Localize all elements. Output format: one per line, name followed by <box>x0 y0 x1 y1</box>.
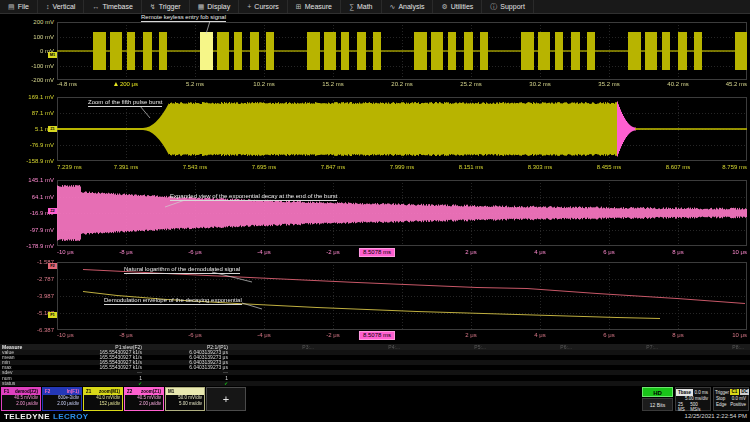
y-axis-label: -97.9 mV <box>0 227 54 233</box>
descriptor-z2[interactable]: Z2zoom(Z1)40.5 mV/div2.00 μs/div <box>124 387 164 411</box>
vertical-icon: ↕ <box>46 3 50 10</box>
trigger-source-badge: C1 <box>730 389 739 395</box>
menu-item-math[interactable]: ∑Math <box>341 0 382 13</box>
trigger-kind: Edge <box>716 402 727 408</box>
x-axis-label: 40.2 ms <box>667 81 688 88</box>
x-axis-label: 25.2 ms <box>460 81 481 88</box>
menu-item-label: Utilities <box>451 3 474 10</box>
y-axis-label: 200 mV <box>0 19 54 25</box>
zoom-position-tag[interactable]: 8.5078 ms <box>359 248 395 257</box>
menu-item-utilities[interactable]: ⚙Utilities <box>433 0 482 13</box>
grid-panel-m1: 200 mV100 mV0 mV-100 mV-200 mV-4.8 ms200… <box>0 14 750 92</box>
timebase-descriptor[interactable]: Tbase 0.0 ms 5.00 ms/div 25 MS 500 MS/s <box>675 387 711 411</box>
trigger-icon: ↯ <box>150 3 156 11</box>
add-trace-button[interactable]: + <box>206 387 246 411</box>
menu-item-label: Measure <box>305 3 332 10</box>
x-axis-label: 8 μs <box>672 249 683 256</box>
y-axis-label: -200 mV <box>0 77 54 83</box>
menu-item-file[interactable]: ▤File <box>0 0 38 13</box>
measure-icon: ⊞ <box>296 3 302 11</box>
trigger-descriptor[interactable]: Trigger C1 DC Stop 0.0 mV Edge Positive <box>713 387 749 411</box>
descriptor-header: Z1zoom(M1) <box>84 388 122 395</box>
x-axis-label: 7.391 ms <box>114 164 139 171</box>
x-axis-label: 5.2 ms <box>186 81 204 88</box>
x-axis-label: 20.2 ms <box>391 81 412 88</box>
measure-cell: ✔ <box>146 381 228 386</box>
y-axis-label: -6.387 <box>0 327 54 333</box>
display-icon: ▦ <box>198 3 205 11</box>
descriptor-f1[interactable]: F1demod(Z2)40.5 mV/div2.00 μs/div <box>1 387 41 411</box>
y-axis-label: 100 mV <box>0 34 54 40</box>
math-icon: ∑ <box>349 3 354 10</box>
descriptor-header: F2ln(F1) <box>43 388 81 395</box>
measure-table: MeasureP1:slew(F2)P2:1/(P1)P3:...P4:...P… <box>0 344 750 386</box>
menu-item-vertical[interactable]: ↕Vertical <box>38 0 84 13</box>
menu-item-analysis[interactable]: ∿Analysis <box>382 0 434 13</box>
y-axis-label: 169.1 mV <box>0 94 54 100</box>
x-axis-label: 8.759 ms <box>722 164 747 171</box>
menu-item-measure[interactable]: ⊞Measure <box>288 0 341 13</box>
menu-item-trigger[interactable]: ↯Trigger <box>142 0 190 13</box>
waveform-canvas-m1[interactable] <box>57 22 747 80</box>
trace-offset-marker-f2: F2 <box>48 263 57 269</box>
x-axis-label: 6 μs <box>603 249 614 256</box>
trigger-position-marker <box>114 82 118 86</box>
waveform-annotation: Remote keyless entry fob signal <box>141 14 226 22</box>
waveform-annotation: Natural logarithm of the demodulated sig… <box>124 266 240 274</box>
menu-item-label: Analysis <box>398 3 424 10</box>
tbase-label: Tbase <box>676 389 693 396</box>
x-axis-label: 8.607 ms <box>666 164 691 171</box>
x-axis-label: 4 μs <box>534 332 545 339</box>
menu-item-label: Cursors <box>254 3 279 10</box>
x-axis-label: 7.847 ms <box>321 164 346 171</box>
menu-item-label: Support <box>500 3 525 10</box>
x-axis-label: 10 μs <box>732 332 747 339</box>
descriptor-f2[interactable]: F2ln(F1)600e-3/div2.00 μs/div <box>42 387 82 411</box>
y-axis-label: 5.1 mV <box>0 126 54 132</box>
waveform-canvas-z2[interactable] <box>57 180 747 246</box>
y-axis-label: -1.587 <box>0 259 54 265</box>
tbase-offset: 0.0 ms <box>694 390 710 395</box>
timebase-icon: ↔ <box>92 3 99 10</box>
descriptor-header: Z2zoom(Z1) <box>125 388 163 395</box>
x-axis-label: 10 μs <box>732 249 747 256</box>
x-axis-label: 7.543 ms <box>183 164 208 171</box>
descriptor-line2: 2.00 μs/div <box>43 401 81 407</box>
menu-item-label: File <box>18 3 29 10</box>
descriptor-z1[interactable]: Z1zoom(M1)41.0 mV/div152 μs/div <box>83 387 123 411</box>
y-axis-label: -16.9 mV <box>0 210 54 216</box>
descriptor-header: M1 <box>166 388 204 395</box>
y-axis-label: -100 mV <box>0 63 54 69</box>
x-axis-label: -4.8 ms <box>57 81 77 88</box>
descriptor-m1[interactable]: M150.0 mV/div5.00 ms/div <box>165 387 205 411</box>
menu-item-timebase[interactable]: ↔Timebase <box>84 0 141 13</box>
descriptor-header: F1demod(Z2) <box>2 388 40 395</box>
x-axis-label: 8.455 ms <box>597 164 622 171</box>
y-axis-label: 64.1 mV <box>0 194 54 200</box>
logo-brand1: TELEDYNE <box>4 412 50 421</box>
x-axis-label: -10 μs <box>57 249 74 256</box>
hd-mode-button[interactable]: HD <box>642 387 673 397</box>
menu-item-support[interactable]: ⓘSupport <box>482 0 534 13</box>
y-axis-label: -2.787 <box>0 276 54 282</box>
menu-item-label: Display <box>207 3 230 10</box>
x-axis-label: -2 μs <box>326 332 339 339</box>
menu-item-label: Timebase <box>102 3 132 10</box>
x-axis-label: 8.151 ms <box>459 164 484 171</box>
cursors-icon: + <box>247 3 251 10</box>
grid-panel-math: -1.587-2.787-3.987-5.187-6.387-10 μs-8 μ… <box>0 260 750 344</box>
menu-item-cursors[interactable]: +Cursors <box>239 0 288 13</box>
x-axis-label: -10 μs <box>57 332 74 339</box>
zoom-position-tag[interactable]: 8.5078 ms <box>359 331 395 340</box>
utilities-icon: ⚙ <box>441 3 447 11</box>
menu-item-label: Trigger <box>159 3 181 10</box>
x-axis-label: 15.2 ms <box>322 81 343 88</box>
menu-item-label: Vertical <box>52 3 75 10</box>
y-axis-label: -158.9 mV <box>0 158 54 164</box>
menu-item-display[interactable]: ▦Display <box>190 0 240 13</box>
x-axis-label: 6 μs <box>603 332 614 339</box>
teledyne-lecroy-logo: TELEDYNELECROY <box>4 412 89 421</box>
measure-cell: ✔ <box>60 381 142 386</box>
x-axis-label: 35.2 ms <box>598 81 619 88</box>
x-axis-label: 7.239 ms <box>57 164 82 171</box>
